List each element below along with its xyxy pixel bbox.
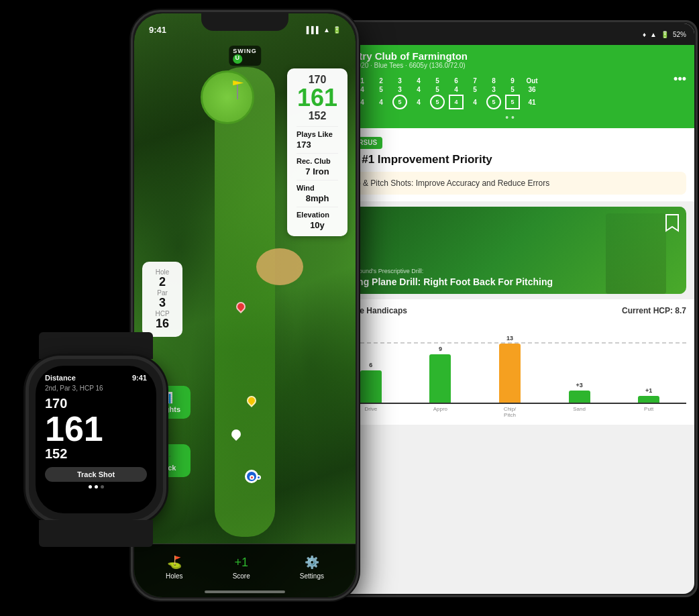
nav-score[interactable]: +1 Score xyxy=(233,556,250,580)
logo-text: SWING xyxy=(233,48,257,54)
track-shot-button[interactable]: Track Shot xyxy=(45,467,147,482)
course-name: Country Club of Farmington xyxy=(333,50,686,62)
distance-card: 170 161 152 Plays Like 173 Rec. Club 7 I… xyxy=(287,68,347,236)
label-appro: Appro xyxy=(406,404,476,418)
chart-col-putt: +1 xyxy=(614,387,684,403)
score-bogey-9: 5 xyxy=(505,95,520,109)
appro-bar xyxy=(429,354,451,403)
score-row: 4 4 5 4 5 4 4 5 xyxy=(331,95,689,109)
watch-dot-1 xyxy=(89,485,92,489)
putt-val: +1 xyxy=(645,387,652,394)
bunker xyxy=(256,248,303,285)
watch-body: Distance 9:41 2nd, Par 3, HCP 16 170 161… xyxy=(25,356,166,523)
settings-icon: ⚙️ xyxy=(305,555,319,570)
plays-like-row: Plays Like xyxy=(297,130,338,139)
label-chip: Chip/Pitch xyxy=(475,404,545,418)
wind-row: Wind xyxy=(297,183,338,193)
watch-band-bottom xyxy=(39,520,153,547)
fairway xyxy=(215,67,275,537)
phone-notch xyxy=(201,12,288,31)
rec-club-label: Rec. Club xyxy=(297,157,331,165)
putt-bar xyxy=(638,396,659,403)
tablet-screen: 🔋 • •• ♦ ▲ 🔋 52% Country Club of Farming… xyxy=(325,23,694,594)
score-icon: +1 xyxy=(234,556,248,570)
logo-u: U xyxy=(233,54,242,64)
hcp-section: Relative Handicaps Current HCP: 8.7 6 9 xyxy=(325,299,694,425)
watch-header: Distance 9:41 xyxy=(45,374,147,382)
tablet-battery-pct: 52% xyxy=(673,31,686,38)
drive-val: 6 xyxy=(369,362,372,368)
watch-dist-main: 161 xyxy=(45,411,147,446)
scorecard-header: Country Club of Farmington Jun 1, 2020 ·… xyxy=(325,45,694,74)
holes-icon: ⛳ xyxy=(167,555,182,570)
tablet-body: 🔋 • •• ♦ ▲ 🔋 52% Country Club of Farming… xyxy=(322,20,698,597)
watch-subtitle: 2nd, Par 3, HCP 16 xyxy=(45,384,147,392)
rec-club-val: 7 Iron xyxy=(305,166,329,176)
drill-bookmark-icon[interactable] xyxy=(665,213,680,235)
phone-home-indicator xyxy=(205,591,285,593)
par-val: 3 xyxy=(152,297,173,310)
score-bogey-6: 4 xyxy=(449,95,464,109)
scorecard-grid: 1 2 3 4 5 6 7 8 9 Out 4 5 3 4 xyxy=(325,74,694,128)
appro-val: 9 xyxy=(439,346,442,352)
flag-icon xyxy=(233,81,244,89)
dist-bottom: 152 xyxy=(297,110,338,122)
settings-label: Settings xyxy=(300,572,324,580)
drill-label: This Round's Prescriptive Drill: xyxy=(341,268,678,274)
mini-dot-blue xyxy=(256,475,261,480)
drill-section[interactable]: This Round's Prescriptive Drill: Swing P… xyxy=(333,207,686,294)
smartwatch: Distance 9:41 2nd, Par 3, HCP 16 170 161… xyxy=(19,329,173,510)
improvement-card: Chip & Pitch Shots: Improve Accuracy and… xyxy=(333,172,686,195)
chart-col-chip: 13 xyxy=(475,335,545,403)
dist-main: 161 xyxy=(297,86,338,110)
phone-body: 9:41 ▌▌▌ ▲ 🔋 SWING U 170 161 152 Plays xyxy=(131,10,359,601)
watch-dot-3 xyxy=(101,485,104,489)
chip-bar xyxy=(499,344,521,403)
holes-row: 1 2 3 4 5 6 7 8 9 Out xyxy=(331,77,689,85)
watch-time: 9:41 xyxy=(132,374,147,382)
current-hcp: Current HCP: 8.7 xyxy=(622,306,686,315)
watch-page-dots xyxy=(45,485,147,489)
plays-like-val: 173 xyxy=(297,140,311,150)
holes-label: Holes xyxy=(166,572,183,580)
versus-section: U VERSUS Your #1 Improvement Priority Ch… xyxy=(325,128,694,201)
label-sand: Sand xyxy=(545,404,614,418)
chart-x-labels: Drive Appro Chip/Pitch Sand Putt xyxy=(333,404,686,418)
drive-bar xyxy=(360,370,382,403)
tablet-status-right: ♦ ▲ 🔋 52% xyxy=(643,31,686,38)
watch-title: Distance xyxy=(45,374,76,382)
improvement-text: Chip & Pitch Shots: Improve Accuracy and… xyxy=(344,178,678,188)
swingu-logo: SWING U xyxy=(229,46,261,66)
phone-status-icons: ▌▌▌ ▲ 🔋 xyxy=(307,26,341,34)
nav-settings[interactable]: ⚙️ Settings xyxy=(300,555,324,580)
label-putt: Putt xyxy=(614,404,684,418)
elevation-label: Elevation xyxy=(297,211,329,219)
chip-val: 13 xyxy=(506,335,513,342)
sand-val: +3 xyxy=(576,382,582,389)
phone-bottom-nav: ⛳ Holes +1 Score ⚙️ Settings xyxy=(134,544,356,597)
elevation-val: 10y xyxy=(310,220,325,230)
chart-col-appro: 9 xyxy=(406,346,476,403)
wind-label: Wind xyxy=(297,184,315,192)
watch-dist-bottom: 152 xyxy=(45,446,147,462)
mini-dot-red xyxy=(250,475,254,480)
drill-title: Swing Plane Drill: Right Foot Back For P… xyxy=(341,276,678,287)
score-birdie-3: 5 xyxy=(392,95,407,109)
rec-club-row: Rec. Club xyxy=(297,156,338,166)
score-label: Score xyxy=(233,572,250,580)
score-birdie-8: 5 xyxy=(486,95,501,109)
par-row: 4 5 3 4 5 4 5 3 5 36 xyxy=(331,86,689,93)
scorecard-menu-button[interactable]: ••• xyxy=(674,72,686,86)
chart-col-sand: +3 xyxy=(545,382,614,403)
watch-screen: Distance 9:41 2nd, Par 3, HCP 16 170 161… xyxy=(36,366,156,513)
score-birdie-5: 5 xyxy=(430,95,445,109)
hole-info-card: Hole 2 Par 3 HCP 16 xyxy=(142,262,182,337)
nav-holes[interactable]: ⛳ Holes xyxy=(166,555,183,580)
versus-title: Your #1 Improvement Priority xyxy=(333,153,686,166)
hcp-chart: 6 9 13 +3 xyxy=(333,322,686,403)
hcp-label: HCP xyxy=(152,310,173,317)
wind-val: 8mph xyxy=(306,193,329,203)
elevation-row: Elevation xyxy=(297,210,338,219)
flag-pin xyxy=(231,81,244,89)
tablet-status-bar: 🔋 • •• ♦ ▲ 🔋 52% xyxy=(325,23,694,45)
